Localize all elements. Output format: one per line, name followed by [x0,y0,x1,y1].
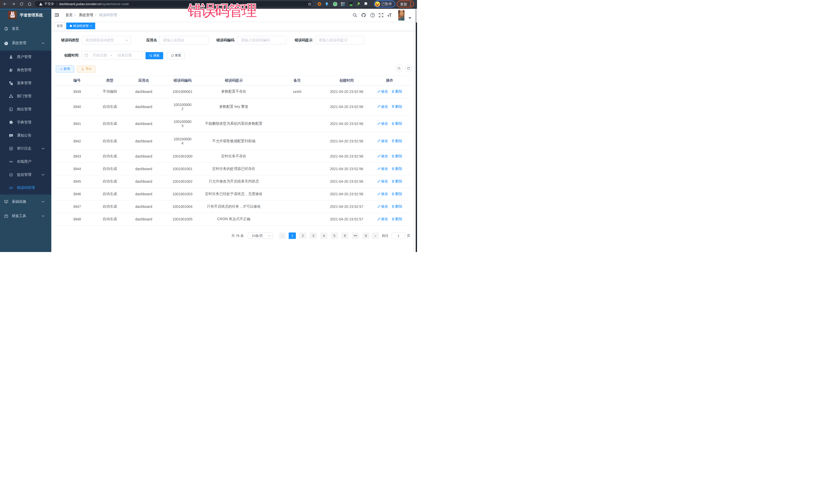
svg-text:on: on [350,4,352,6]
